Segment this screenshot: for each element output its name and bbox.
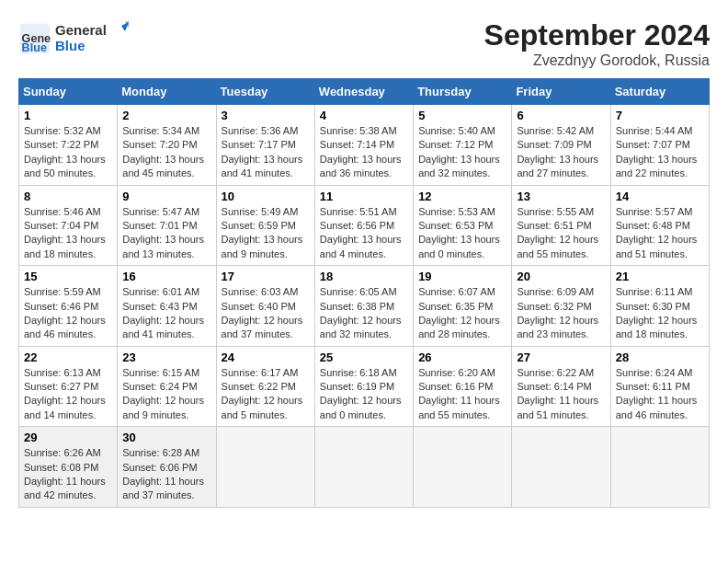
- day-number: 24: [222, 350, 310, 364]
- day-info-line: Sunrise: 5:38 AM: [320, 124, 408, 138]
- day-info-line: Daylight: 12 hours: [320, 314, 408, 327]
- empty-cell: [610, 427, 709, 508]
- day-number: 20: [517, 270, 605, 283]
- day-info: Sunrise: 6:17 AMSunset: 6:22 PMDaylight:…: [222, 366, 310, 423]
- location-subtitle: Zvezdnyy Gorodok, Russia: [484, 52, 710, 69]
- day-info-line: Sunset: 7:14 PM: [320, 138, 408, 152]
- day-info-line: Daylight: 12 hours: [616, 314, 704, 327]
- day-info-line: Sunset: 6:35 PM: [418, 300, 506, 314]
- day-info-line: Sunrise: 6:15 AM: [122, 366, 210, 380]
- header-friday: Friday: [512, 79, 610, 105]
- day-info-line: and 22 minutes.: [616, 167, 704, 180]
- day-info-line: and 18 minutes.: [24, 247, 112, 261]
- day-cell-25: 25Sunrise: 6:18 AMSunset: 6:19 PMDayligh…: [314, 346, 413, 427]
- svg-text:General: General: [55, 22, 107, 38]
- logo: General Blue General Blue: [18, 18, 129, 59]
- day-info-line: Sunset: 6:06 PM: [122, 461, 210, 475]
- day-number: 10: [222, 190, 310, 203]
- day-info: Sunrise: 6:15 AMSunset: 6:24 PMDaylight:…: [122, 366, 210, 423]
- day-info-line: Daylight: 12 hours: [222, 394, 310, 408]
- day-info-line: Sunrise: 5:47 AM: [122, 205, 210, 219]
- header-wednesday: Wednesday: [314, 79, 413, 105]
- day-info-line: and 5 minutes.: [222, 408, 310, 422]
- day-info-line: and 28 minutes.: [418, 327, 506, 341]
- day-info-line: Sunrise: 6:11 AM: [616, 285, 704, 299]
- day-info: Sunrise: 5:42 AMSunset: 7:09 PMDaylight:…: [517, 124, 605, 181]
- day-info-line: Sunrise: 5:59 AM: [24, 285, 112, 299]
- day-info-line: Sunrise: 5:42 AM: [517, 124, 605, 138]
- day-cell-18: 18Sunrise: 6:05 AMSunset: 6:38 PMDayligh…: [314, 266, 413, 347]
- day-cell-11: 11Sunrise: 5:51 AMSunset: 6:56 PMDayligh…: [314, 185, 413, 266]
- day-info-line: Daylight: 13 hours: [418, 153, 506, 167]
- day-info-line: Daylight: 13 hours: [418, 233, 506, 247]
- day-number: 22: [24, 350, 112, 364]
- day-info: Sunrise: 5:32 AMSunset: 7:22 PMDaylight:…: [24, 124, 112, 181]
- day-info-line: Sunset: 7:17 PM: [222, 138, 310, 152]
- day-info-line: Sunrise: 6:18 AM: [320, 366, 408, 380]
- day-info-line: Daylight: 12 hours: [616, 233, 704, 247]
- day-cell-16: 16Sunrise: 6:01 AMSunset: 6:43 PMDayligh…: [118, 266, 216, 347]
- day-cell-29: 29Sunrise: 6:26 AMSunset: 6:08 PMDayligh…: [19, 427, 118, 508]
- day-number: 28: [616, 350, 704, 364]
- day-info-line: Daylight: 13 hours: [517, 153, 605, 167]
- day-info-line: Sunrise: 6:05 AM: [320, 285, 408, 299]
- day-cell-7: 7Sunrise: 5:44 AMSunset: 7:07 PMDaylight…: [610, 105, 709, 186]
- header-thursday: Thursday: [414, 79, 512, 105]
- day-info-line: Sunrise: 5:40 AM: [418, 124, 506, 138]
- empty-cell: [216, 427, 314, 508]
- day-info-line: Daylight: 11 hours: [24, 475, 112, 488]
- day-info-line: Daylight: 11 hours: [418, 394, 506, 408]
- day-info-line: and 32 minutes.: [418, 167, 506, 180]
- day-info-line: Sunset: 6:46 PM: [24, 300, 112, 314]
- day-info-line: Daylight: 13 hours: [122, 153, 210, 167]
- day-cell-19: 19Sunrise: 6:07 AMSunset: 6:35 PMDayligh…: [414, 266, 512, 347]
- day-info-line: Sunset: 6:59 PM: [222, 219, 310, 233]
- day-number: 27: [517, 350, 605, 364]
- day-info-line: Daylight: 12 hours: [222, 314, 310, 327]
- day-cell-6: 6Sunrise: 5:42 AMSunset: 7:09 PMDaylight…: [512, 105, 610, 186]
- day-info-line: Sunset: 6:38 PM: [320, 300, 408, 314]
- day-info-line: and 32 minutes.: [320, 327, 408, 341]
- day-cell-26: 26Sunrise: 6:20 AMSunset: 6:16 PMDayligh…: [414, 346, 512, 427]
- day-info-line: Daylight: 11 hours: [517, 394, 605, 408]
- day-number: 9: [122, 190, 210, 203]
- day-info-line: Sunset: 6:08 PM: [24, 461, 112, 475]
- day-info: Sunrise: 6:18 AMSunset: 6:19 PMDaylight:…: [320, 366, 408, 423]
- day-info: Sunrise: 6:28 AMSunset: 6:06 PMDaylight:…: [122, 446, 210, 503]
- day-info: Sunrise: 5:38 AMSunset: 7:14 PMDaylight:…: [320, 124, 408, 181]
- day-cell-27: 27Sunrise: 6:22 AMSunset: 6:14 PMDayligh…: [512, 346, 610, 427]
- day-info: Sunrise: 5:46 AMSunset: 7:04 PMDaylight:…: [24, 205, 112, 262]
- header-saturday: Saturday: [610, 79, 709, 105]
- day-info-line: Daylight: 11 hours: [616, 394, 704, 408]
- day-cell-1: 1Sunrise: 5:32 AMSunset: 7:22 PMDaylight…: [19, 105, 118, 186]
- day-info-line: Sunrise: 6:28 AM: [122, 446, 210, 460]
- day-cell-22: 22Sunrise: 6:13 AMSunset: 6:27 PMDayligh…: [19, 346, 118, 427]
- day-info-line: and 45 minutes.: [122, 167, 210, 180]
- day-number: 29: [24, 431, 112, 444]
- day-info-line: Sunset: 7:09 PM: [517, 138, 605, 152]
- day-number: 23: [122, 350, 210, 364]
- day-info-line: Sunset: 7:07 PM: [616, 138, 704, 152]
- header-monday: Monday: [118, 79, 216, 105]
- day-info: Sunrise: 5:40 AMSunset: 7:12 PMDaylight:…: [418, 124, 506, 181]
- day-info: Sunrise: 6:01 AMSunset: 6:43 PMDaylight:…: [122, 285, 210, 342]
- day-number: 7: [616, 109, 704, 122]
- day-info-line: and 46 minutes.: [616, 408, 704, 422]
- empty-cell: [512, 427, 610, 508]
- day-info-line: and 9 minutes.: [122, 408, 210, 422]
- week-row-3: 15Sunrise: 5:59 AMSunset: 6:46 PMDayligh…: [19, 266, 710, 347]
- day-info: Sunrise: 6:22 AMSunset: 6:14 PMDaylight:…: [517, 366, 605, 423]
- day-info: Sunrise: 5:49 AMSunset: 6:59 PMDaylight:…: [222, 205, 310, 262]
- day-info-line: Daylight: 13 hours: [222, 153, 310, 167]
- day-info-line: Sunset: 6:24 PM: [122, 380, 210, 394]
- day-info-line: Daylight: 12 hours: [24, 314, 112, 327]
- day-info-line: Sunrise: 6:13 AM: [24, 366, 112, 380]
- day-info-line: Sunrise: 6:01 AM: [122, 285, 210, 299]
- day-info-line: Sunrise: 5:32 AM: [24, 124, 112, 138]
- day-number: 3: [222, 109, 310, 122]
- day-info: Sunrise: 5:51 AMSunset: 6:56 PMDaylight:…: [320, 205, 408, 262]
- day-info: Sunrise: 6:03 AMSunset: 6:40 PMDaylight:…: [222, 285, 310, 342]
- day-info: Sunrise: 6:11 AMSunset: 6:30 PMDaylight:…: [616, 285, 704, 342]
- day-info-line: Daylight: 13 hours: [320, 233, 408, 247]
- day-number: 18: [320, 270, 408, 283]
